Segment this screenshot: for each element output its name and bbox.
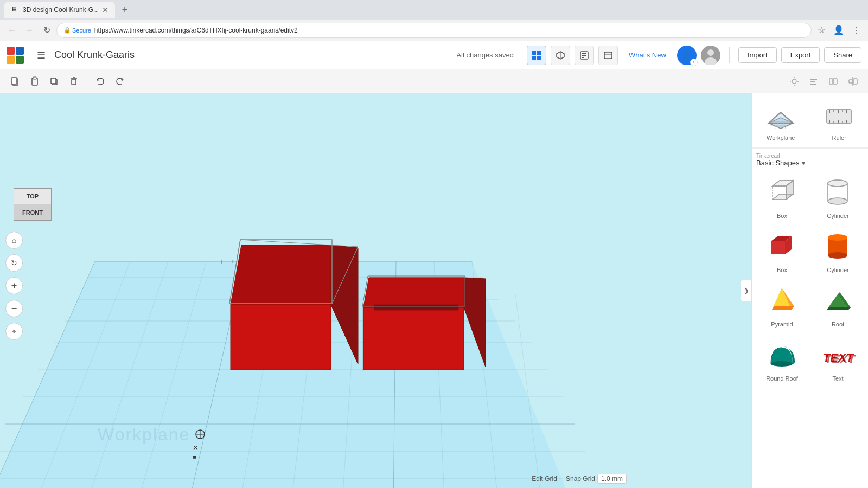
svg-rect-33: [834, 79, 837, 84]
3d-view-button[interactable]: [551, 46, 570, 65]
svg-rect-16: [11, 78, 17, 84]
zoom-in-button[interactable]: +: [5, 277, 23, 294]
export-button[interactable]: Export: [781, 47, 820, 63]
align2-button[interactable]: [844, 73, 861, 90]
shape-item-box-red[interactable]: Box: [756, 226, 808, 275]
svg-text:TEXT: TEXT: [825, 352, 856, 366]
tinkercad-app: ☰ Cool Krunk-Gaaris All changes saved Wh…: [0, 41, 868, 488]
panel-collapse-button[interactable]: ❯: [741, 280, 751, 301]
redo-button[interactable]: [111, 73, 129, 90]
import-button[interactable]: Import: [738, 47, 777, 63]
svg-marker-124: [772, 306, 794, 310]
shape-item-box-wire[interactable]: Box: [756, 171, 808, 221]
svg-line-59: [393, 261, 396, 488]
svg-point-13: [707, 49, 714, 56]
shape-label-box-wire: Box: [777, 213, 787, 219]
project-name[interactable]: Cool Krunk-Gaaris: [54, 49, 452, 61]
svg-marker-71: [229, 240, 332, 304]
shape-label-roof: Roof: [832, 321, 844, 328]
svg-line-56: [239, 261, 282, 488]
toolbar-right: [786, 73, 861, 90]
mirror-button[interactable]: [825, 73, 842, 90]
cube-top-face[interactable]: TOP: [14, 188, 52, 204]
shape-label-text: Text: [832, 375, 843, 382]
zoom-out-button[interactable]: −: [5, 300, 23, 317]
undo-button[interactable]: [92, 73, 109, 90]
svg-rect-66: [254, 260, 254, 263]
shape-item-cylinder-orange[interactable]: Cylinder: [812, 226, 864, 275]
svg-line-57: [290, 261, 320, 488]
box-red-thumb: [763, 228, 801, 266]
context-x[interactable]: ✕: [193, 444, 208, 451]
library-brand: Tinkercad: [756, 153, 805, 159]
svg-line-60: [434, 261, 445, 488]
tab-close-btn[interactable]: ✕: [102, 5, 108, 14]
home2-button[interactable]: ⌖: [5, 323, 23, 340]
copy-button[interactable]: [7, 73, 24, 90]
shape-item-pyramid[interactable]: Pyramid: [756, 280, 808, 330]
user-avatar[interactable]: [701, 46, 720, 65]
workplane-label: Workplane: [98, 425, 190, 445]
svg-rect-37: [853, 79, 857, 84]
blocks-button[interactable]: [575, 46, 594, 65]
snap-value[interactable]: 1.0 mm: [597, 474, 627, 484]
svg-line-72: [229, 240, 240, 304]
topbar: ☰ Cool Krunk-Gaaris All changes saved Wh…: [0, 41, 868, 69]
svg-rect-21: [72, 79, 76, 85]
snap-grid: Snap Grid 1.0 mm: [566, 474, 627, 484]
shape-item-text[interactable]: TEXT TEXT Text: [812, 334, 864, 384]
orbit-button[interactable]: ↻: [5, 254, 23, 272]
forward-button[interactable]: →: [22, 23, 37, 38]
view-controls: ⌂ ↻ + − ⌖: [5, 232, 23, 340]
add-user-button[interactable]: 👤 +: [677, 46, 697, 65]
address-bar[interactable]: 🔒 Secure https://www.tinkercad.com/thing…: [56, 23, 812, 38]
logo-cell-yellow: [7, 56, 15, 64]
share-button[interactable]: Share: [824, 47, 861, 63]
shape-item-roof[interactable]: Roof: [812, 280, 864, 330]
back-button[interactable]: ←: [4, 23, 20, 38]
svg-marker-78: [363, 278, 464, 307]
paste-button[interactable]: [26, 73, 43, 90]
menu-button[interactable]: ☰: [33, 47, 50, 64]
context-lines[interactable]: ≡: [193, 453, 208, 461]
bookmark-button[interactable]: ☆: [814, 23, 829, 38]
text-thumb: TEXT TEXT: [819, 336, 857, 374]
active-tab[interactable]: 🖥 3D design Cool Krunk-G... ✕: [4, 2, 115, 18]
grid-view-button[interactable]: [527, 46, 546, 65]
workplane-tool[interactable]: Workplane: [752, 93, 810, 148]
svg-rect-18: [33, 77, 36, 79]
roof-thumb: [819, 282, 857, 320]
light-button[interactable]: [786, 73, 803, 90]
align-button[interactable]: [805, 73, 822, 90]
ruler-tool[interactable]: Ruler: [810, 93, 869, 148]
library-dropdown-arrow[interactable]: ▾: [802, 159, 805, 167]
duplicate-button[interactable]: [46, 73, 63, 90]
view-cube[interactable]: TOP FRONT: [11, 188, 54, 232]
svg-line-53: [84, 261, 168, 488]
logo-grid: [7, 47, 24, 64]
reload-button[interactable]: ↻: [39, 23, 54, 38]
toolbar: [0, 69, 868, 93]
svg-marker-79: [374, 305, 458, 310]
home-button[interactable]: ⌂: [5, 232, 23, 249]
library-title: Basic Shapes: [756, 159, 800, 167]
shape-item-round-roof[interactable]: Round Roof: [756, 334, 808, 384]
new-tab-button[interactable]: +: [117, 2, 132, 17]
whats-new-button[interactable]: What's New: [622, 48, 673, 62]
tools-section: Workplane: [752, 93, 868, 149]
shape-label-round-roof: Round Roof: [766, 375, 798, 382]
cube-front-face[interactable]: FRONT: [14, 204, 52, 221]
svg-rect-7: [582, 53, 586, 54]
code-button[interactable]: [598, 46, 618, 65]
user-profile-button[interactable]: 👤: [831, 23, 846, 38]
svg-marker-80: [362, 276, 465, 306]
svg-rect-20: [51, 78, 56, 84]
edit-grid-button[interactable]: Edit Grid: [532, 475, 557, 483]
svg-rect-39: [0, 93, 751, 488]
svg-rect-32: [829, 79, 833, 84]
settings-button[interactable]: ⋮: [848, 23, 864, 38]
svg-rect-93: [827, 110, 851, 123]
shape-item-cylinder-wire[interactable]: Cylinder: [812, 171, 864, 221]
canvas-area[interactable]: ✕ ≡ Workplane TOP FRONT ⌂ ↻ + − ⌖: [0, 93, 751, 488]
delete-button[interactable]: [65, 73, 82, 90]
